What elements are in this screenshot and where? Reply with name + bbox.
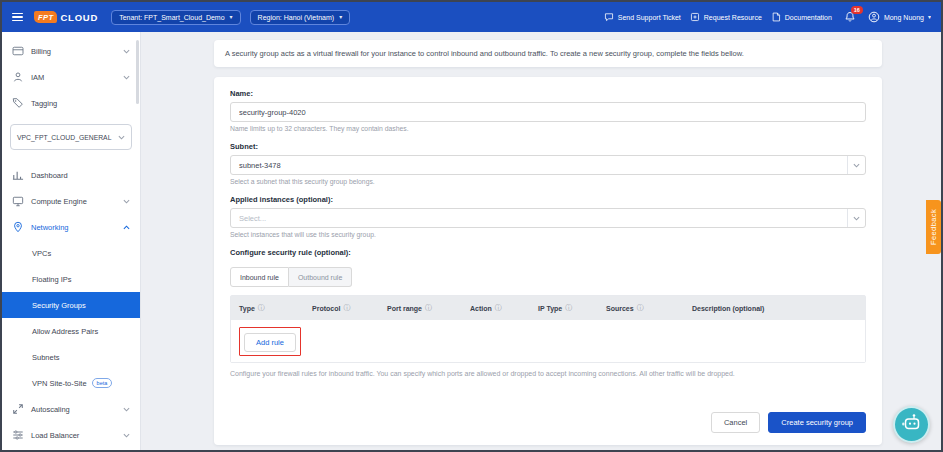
- info-icon[interactable]: ⓘ: [637, 303, 644, 313]
- sidebar: Billing IAM Tagging VPC_FPT_CLOUD_GENERA…: [2, 32, 141, 450]
- request-resource-icon: [690, 12, 700, 22]
- top-navbar: FPT CLOUD Tenant: FPT_Smart_Cloud_Demo ▾…: [2, 2, 941, 32]
- sidebar-item-label: VPCs: [32, 249, 51, 258]
- sidebar-item-label: IAM: [31, 73, 44, 82]
- sidebar-item-autoscaling[interactable]: Autoscaling: [2, 396, 140, 422]
- sidebar-item-dashboard[interactable]: Dashboard: [2, 162, 140, 188]
- info-icon[interactable]: ⓘ: [565, 303, 572, 313]
- chevron-down-icon: ▾: [230, 14, 233, 20]
- sidebar-item-billing[interactable]: Billing: [2, 38, 140, 64]
- compute-engine-icon: [12, 196, 24, 207]
- sidebar-item-label: Allow Address Pairs: [32, 327, 98, 336]
- applied-instances-help-text: Select instances that will use this secu…: [230, 231, 866, 238]
- hamburger-menu-icon[interactable]: [10, 11, 25, 24]
- subnet-selected-value: subnet-3478: [231, 161, 847, 170]
- ai-chatbot-button[interactable]: [893, 406, 930, 443]
- sidebar-item-allow-address-pairs[interactable]: Allow Address Pairs: [2, 318, 140, 344]
- sidebar-item-load-balancer[interactable]: Load Balancer: [2, 422, 140, 448]
- avatar-icon: [868, 11, 880, 23]
- send-support-ticket-link[interactable]: Send Support Ticket: [604, 12, 681, 22]
- chevron-down-icon: ▾: [928, 14, 931, 20]
- applied-instances-placeholder: Select...: [231, 214, 847, 223]
- sidebar-item-security-groups[interactable]: Security Groups: [2, 292, 140, 318]
- sidebar-scrollbar[interactable]: [136, 40, 139, 104]
- user-name-label: Mong Nuong: [884, 14, 924, 21]
- create-security-group-button[interactable]: Create security group: [768, 412, 866, 433]
- region-selector[interactable]: Region: Hanoi (Vietnam) ▾: [250, 10, 351, 25]
- intro-card: A security group acts as a virtual firew…: [214, 40, 882, 67]
- logo-cloud-text: CLOUD: [60, 12, 98, 23]
- rules-table-empty-row: Add rule: [231, 320, 865, 362]
- sidebar-item-tagging[interactable]: Tagging: [2, 90, 140, 116]
- load-balancer-icon: [12, 429, 24, 441]
- column-header-type: Type ⓘ: [231, 303, 304, 313]
- sidebar-item-label: Autoscaling: [31, 405, 70, 414]
- sidebar-item-label: Security Groups: [32, 301, 86, 310]
- applied-instances-select[interactable]: Select...: [230, 208, 866, 228]
- sidebar-item-label: Tagging: [31, 99, 57, 108]
- documentation-icon: [771, 12, 781, 22]
- column-header-port-range: Port range ⓘ: [379, 303, 462, 313]
- sidebar-item-floating-ips[interactable]: Floating IPs: [2, 266, 140, 292]
- name-label: Name:: [230, 89, 866, 98]
- sidebar-item-compute-engine[interactable]: Compute Engine: [2, 188, 140, 214]
- column-header-protocol: Protocol ⓘ: [304, 303, 379, 313]
- networking-icon: [12, 221, 24, 233]
- form-footer: Cancel Create security group: [230, 412, 866, 433]
- security-rules-table: Type ⓘ Protocol ⓘ Port range ⓘ Action: [230, 295, 866, 363]
- sidebar-item-networking[interactable]: Networking: [2, 214, 140, 240]
- info-icon[interactable]: ⓘ: [258, 303, 265, 313]
- rules-table-header: Type ⓘ Protocol ⓘ Port range ⓘ Action: [231, 296, 865, 320]
- documentation-label: Documentation: [785, 14, 832, 21]
- vpc-selector[interactable]: VPC_FPT_CLOUD_GENERAL: [10, 124, 132, 150]
- subnet-label: Subnet:: [230, 142, 866, 151]
- sidebar-item-label: Load Balancer: [31, 431, 79, 440]
- column-header-description: Description (optional): [684, 305, 865, 312]
- tab-inbound-rule[interactable]: Inbound rule: [230, 267, 289, 287]
- notification-count-badge: 16: [851, 6, 863, 14]
- sidebar-item-subnets[interactable]: Subnets: [2, 344, 140, 370]
- sidebar-item-label: Subnets: [32, 353, 60, 362]
- sidebar-item-label: Billing: [31, 47, 51, 56]
- autoscaling-icon: [12, 403, 24, 415]
- chevron-down-icon: [123, 75, 130, 80]
- tenant-selector[interactable]: Tenant: FPT_Smart_Cloud_Demo ▾: [111, 10, 240, 25]
- region-label: Region: Hanoi (Vietnam): [258, 14, 335, 21]
- support-ticket-icon: [604, 12, 614, 22]
- sidebar-item-label: VPN Site-to-Site: [32, 379, 87, 388]
- chevron-down-icon: ▾: [339, 14, 342, 20]
- info-icon[interactable]: ⓘ: [495, 303, 502, 313]
- support-ticket-label: Send Support Ticket: [618, 14, 681, 21]
- chevron-down-icon: [847, 209, 865, 227]
- column-header-sources: Sources ⓘ: [598, 303, 684, 313]
- documentation-link[interactable]: Documentation: [771, 12, 832, 22]
- sidebar-item-label: Floating IPs: [32, 275, 72, 284]
- feedback-label: Feedback: [929, 209, 938, 245]
- chevron-down-icon: [123, 49, 130, 54]
- fpt-cloud-logo[interactable]: FPT CLOUD: [34, 11, 98, 23]
- feedback-tab[interactable]: Feedback: [926, 200, 941, 254]
- chevron-down-icon: [123, 433, 130, 438]
- subnet-help-text: Select a subnet that this security group…: [230, 178, 866, 185]
- request-resource-link[interactable]: Request Resource: [690, 12, 762, 22]
- add-rule-button[interactable]: Add rule: [244, 333, 296, 352]
- sidebar-item-vpcs[interactable]: VPCs: [2, 240, 140, 266]
- info-icon[interactable]: ⓘ: [425, 303, 432, 313]
- tag-icon: [12, 97, 24, 109]
- create-security-group-form: Name: Name limits up to 32 characters. T…: [214, 77, 882, 445]
- intro-text: A security group acts as a virtual firew…: [225, 49, 744, 58]
- subnet-select[interactable]: subnet-3478: [230, 155, 866, 175]
- tab-outbound-rule[interactable]: Outbound rule: [289, 267, 352, 287]
- sidebar-item-iam[interactable]: IAM: [2, 64, 140, 90]
- info-icon[interactable]: ⓘ: [343, 303, 350, 313]
- notifications-button[interactable]: 16: [844, 11, 856, 23]
- sidebar-item-vpn-site-to-site[interactable]: VPN Site-to-Site beta: [2, 370, 140, 396]
- sidebar-item-label: Compute Engine: [31, 197, 87, 206]
- chevron-down-icon: [847, 156, 865, 174]
- user-menu[interactable]: Mong Nuong ▾: [868, 11, 931, 23]
- chevron-up-icon: [123, 225, 130, 230]
- name-input[interactable]: [230, 102, 866, 122]
- chevron-down-icon: [123, 407, 130, 412]
- configure-rule-label: Configure security rule (optional):: [230, 248, 866, 257]
- cancel-button[interactable]: Cancel: [711, 412, 760, 433]
